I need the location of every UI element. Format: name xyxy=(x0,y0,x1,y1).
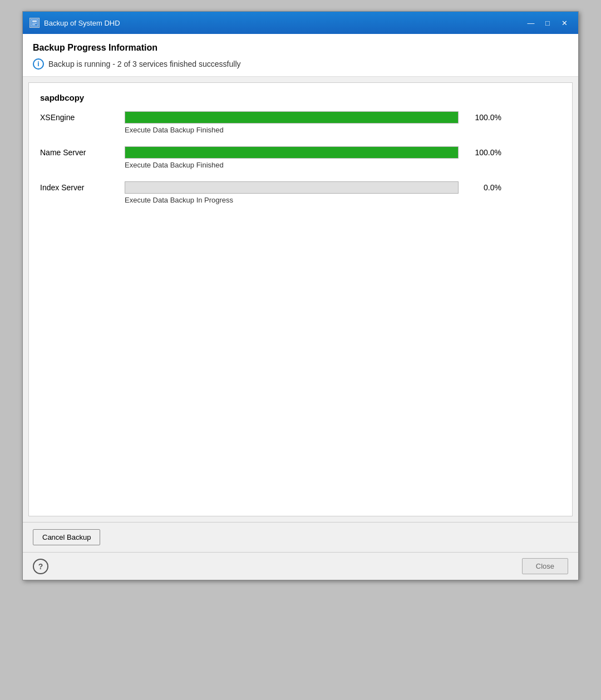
header-section: Backup Progress Information i Backup is … xyxy=(23,34,578,77)
minimize-button[interactable]: — xyxy=(524,17,538,29)
maximize-button[interactable]: □ xyxy=(540,17,555,29)
window-title: Backup of System DHD xyxy=(44,19,120,27)
svg-rect-3 xyxy=(32,24,35,25)
title-bar-left: Backup of System DHD xyxy=(29,18,120,28)
service-item-xsengine: XSEngine 100.0% Execute Data Backup Fini… xyxy=(40,111,561,134)
content-area: sapdbcopy XSEngine 100.0% Execute Data B… xyxy=(28,82,573,516)
page-title: Backup Progress Information xyxy=(33,43,568,53)
cancel-backup-button[interactable]: Cancel Backup xyxy=(33,529,100,545)
info-icon: i xyxy=(33,58,44,70)
service-name-indexserver: Index Server xyxy=(40,183,118,192)
progress-fill-xsengine xyxy=(125,112,458,123)
service-row-nameserver: Name Server 100.0% xyxy=(40,146,561,159)
service-status-nameserver: Execute Data Backup Finished xyxy=(125,161,561,169)
progress-bar-nameserver xyxy=(125,146,459,159)
help-button[interactable]: ? xyxy=(33,559,48,574)
progress-percent-indexserver: 0.0% xyxy=(465,183,501,192)
bottom-bar: ? Close xyxy=(23,552,578,580)
footer-section: Cancel Backup xyxy=(23,522,578,552)
service-status-xsengine: Execute Data Backup Finished xyxy=(125,126,561,134)
service-name-nameserver: Name Server xyxy=(40,148,118,157)
progress-bar-indexserver xyxy=(125,181,459,194)
service-row-xsengine: XSEngine 100.0% xyxy=(40,111,561,124)
service-status-indexserver: Execute Data Backup In Progress xyxy=(125,196,561,204)
progress-percent-xsengine: 100.0% xyxy=(465,113,501,122)
progress-fill-nameserver xyxy=(125,147,458,158)
status-row: i Backup is running - 2 of 3 services fi… xyxy=(33,58,568,70)
service-name-xsengine: XSEngine xyxy=(40,113,118,122)
progress-percent-nameserver: 100.0% xyxy=(465,148,501,157)
svg-rect-2 xyxy=(32,23,37,23)
service-group-name: sapdbcopy xyxy=(40,93,561,102)
close-button[interactable]: Close xyxy=(522,558,568,574)
service-row-indexserver: Index Server 0.0% xyxy=(40,181,561,194)
service-item-indexserver: Index Server 0.0% Execute Data Backup In… xyxy=(40,181,561,204)
status-text: Backup is running - 2 of 3 services fini… xyxy=(48,60,241,68)
svg-rect-1 xyxy=(32,21,37,22)
title-bar: Backup of System DHD — □ ✕ xyxy=(23,12,578,34)
title-bar-controls: — □ ✕ xyxy=(524,17,572,29)
main-window: Backup of System DHD — □ ✕ Backup Progre… xyxy=(22,11,579,580)
window-close-button[interactable]: ✕ xyxy=(557,17,572,29)
window-icon xyxy=(29,18,40,28)
service-item-nameserver: Name Server 100.0% Execute Data Backup F… xyxy=(40,146,561,169)
progress-bar-xsengine xyxy=(125,111,459,124)
